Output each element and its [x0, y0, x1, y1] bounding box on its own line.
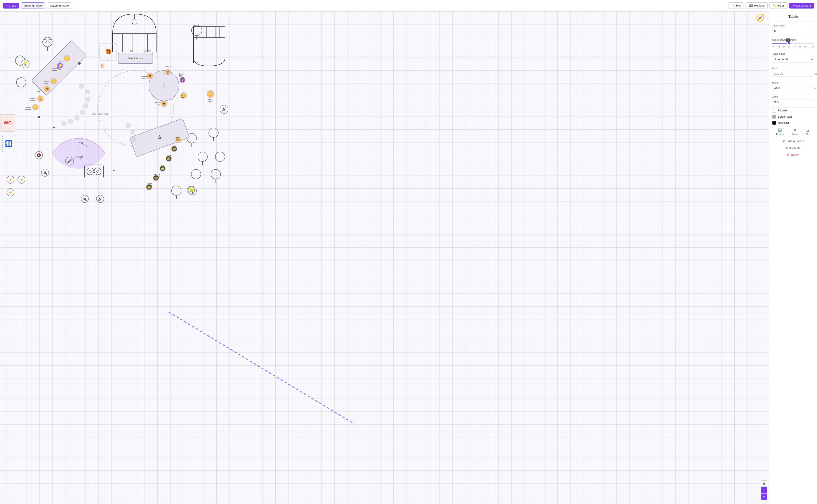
- hotkeys-button[interactable]: ⌨ Hotkeys: [746, 2, 768, 9]
- ruler-button[interactable]: 📏 Ruler: [769, 2, 787, 9]
- file-button[interactable]: 📄 File: [728, 2, 744, 9]
- slider-thumb[interactable]: [787, 42, 790, 45]
- seat-darrol-name: DarrolFrye: [37, 89, 42, 92]
- zoom-controls: + −: [761, 487, 767, 500]
- file-icon: 📄: [732, 4, 735, 7]
- measure-dot-2: [113, 170, 115, 171]
- table5-handle-1[interactable]: [78, 62, 81, 65]
- speaker-icon-1: 🔊: [220, 105, 228, 114]
- border-color-label: Border color: [778, 115, 792, 118]
- seat-olivia[interactable]: 🙂: [64, 55, 70, 62]
- empty-seat-4: [83, 103, 88, 108]
- slider-fill: [772, 43, 789, 44]
- seat-michelle[interactable]: 🙂: [161, 101, 167, 107]
- width-input[interactable]: [772, 71, 813, 77]
- fill-color-row: Fill color: [769, 108, 817, 114]
- empty-seat-3: [85, 97, 90, 102]
- zoom-out-button[interactable]: −: [761, 494, 767, 500]
- text-color-swatch[interactable]: [772, 121, 776, 125]
- size-button[interactable]: ⇲ Size: [806, 128, 810, 136]
- svg-point-3: [48, 39, 51, 42]
- seat-best-man[interactable]: 🤵: [179, 76, 186, 83]
- hide-seats-button[interactable]: 👁 Hide all seats: [769, 138, 817, 144]
- bride-groom-table[interactable]: Bride & Groom: [118, 53, 153, 64]
- svg-point-47: [97, 170, 99, 172]
- text-color-row: Text color: [769, 120, 817, 126]
- close-button[interactable]: ✕ Close: [3, 3, 19, 9]
- table5-handle-2[interactable]: [37, 115, 41, 119]
- table-1[interactable]: 1: [149, 70, 179, 101]
- slider-track: [772, 43, 814, 44]
- zoom-in-button[interactable]: +: [761, 487, 767, 493]
- eye-icon: 👁: [782, 139, 785, 143]
- fill-color-swatch[interactable]: [772, 109, 776, 113]
- seat-kirstin[interactable]: 🙂: [50, 78, 57, 85]
- activity-icon-2: ⚡: [17, 176, 25, 184]
- panel-title: Table: [769, 11, 817, 22]
- space-between-chairs-section: Space between chairs 60 45 55 65 75 85 9…: [769, 36, 817, 50]
- height-input-row: Inches: [772, 85, 814, 91]
- empty-seat-7: [68, 118, 73, 124]
- add-element-button[interactable]: + Add element: [789, 3, 814, 9]
- activity-icon-1: ⚡: [7, 176, 14, 184]
- seat-ronan-name: RonanCooper: [25, 106, 31, 110]
- delete-button[interactable]: 🗑 Delete: [769, 151, 817, 158]
- space-slider[interactable]: 60 45 55 65 75 85 95 105 115: [772, 43, 814, 48]
- svg-point-16: [172, 186, 181, 195]
- bride-label: Bride: [128, 50, 134, 52]
- border-color-swatch[interactable]: [772, 115, 776, 119]
- width-section: Width Inches: [769, 65, 817, 79]
- space-chairs-label: Space between chairs: [772, 38, 814, 41]
- measure-dot-1: [53, 127, 55, 128]
- alice-area: 🙂 AliceNeale: [207, 90, 214, 102]
- ruler-icon: 📏: [773, 4, 776, 7]
- dance-area-label: Dance Area: [92, 112, 108, 115]
- seat-jessica-name: JessicaWanda: [154, 174, 160, 178]
- slider-tooltip: 60: [786, 38, 790, 42]
- speaker-icon-2: 🔇: [35, 151, 43, 159]
- seating-mode-button[interactable]: Seating mode: [21, 2, 45, 9]
- duplicate-button[interactable]: ⧉ Duplicate: [769, 144, 817, 151]
- table-shape-select[interactable]: Long table Round table Square table: [772, 56, 814, 63]
- rotation-button[interactable]: 🔄 Rotation: [776, 128, 784, 136]
- seat-simon-name: SimonDoran: [147, 183, 152, 187]
- height-input[interactable]: [772, 85, 813, 91]
- seat-cyra-name: CyraBurt: [160, 164, 164, 168]
- tree-icon-11: [210, 169, 222, 183]
- seat-maid-honor-name: Maid-of-honor: [165, 66, 176, 68]
- empty-seat-1: [79, 83, 84, 89]
- piano-icon: [191, 24, 227, 68]
- lightbulb-icon-3: 💡: [187, 186, 195, 194]
- wc-sign: WC: [0, 114, 15, 132]
- canvas[interactable]: 🧭 WC: [0, 11, 769, 504]
- locate-button[interactable]: ⊕: [761, 480, 767, 487]
- seat-ronan[interactable]: 🙂: [32, 104, 39, 110]
- gift-area: 🎁: [99, 43, 117, 61]
- compass-icon: 🧭: [756, 14, 765, 22]
- angle-label: Angle: [772, 96, 814, 98]
- catering-mode-button[interactable]: Catering mode: [47, 2, 72, 9]
- svg-point-18: [209, 128, 218, 137]
- border-color-row: Border color: [769, 114, 817, 120]
- speaker-icon-3: 🔊: [96, 195, 104, 203]
- angle-input[interactable]: [772, 99, 814, 105]
- move-button[interactable]: ✥ Move: [792, 128, 798, 136]
- table-shape-section: Table shape Long table Round table Squar…: [769, 50, 817, 65]
- duplicate-icon: ⧉: [786, 146, 787, 150]
- table-name-input[interactable]: [772, 28, 814, 34]
- seat-darrol[interactable]: 🙂: [44, 86, 50, 92]
- empty-seat-10: [130, 129, 135, 135]
- svg-point-20: [215, 152, 225, 162]
- seat-maid-honor[interactable]: 👰: [164, 69, 171, 75]
- toolbar: ✕ Close Seating mode Catering mode 📄 Fil…: [0, 0, 817, 11]
- seat-gregor-name: GregorBenlez: [52, 68, 57, 72]
- svg-point-6: [16, 78, 26, 87]
- empty-seat-5: [80, 110, 85, 115]
- seat-brenden[interactable]: 🙂: [37, 96, 44, 102]
- right-panel: Table Table name Space between chairs 60…: [769, 11, 817, 504]
- slider-labels: 45 55 65 75 85 95 105 115: [772, 45, 814, 48]
- tree-icon-9: [208, 127, 220, 141]
- empty-seat-2: [85, 89, 90, 94]
- seat-gregor[interactable]: 🙂: [57, 62, 63, 69]
- seat-johanna-name: JohannaLowe: [141, 76, 148, 80]
